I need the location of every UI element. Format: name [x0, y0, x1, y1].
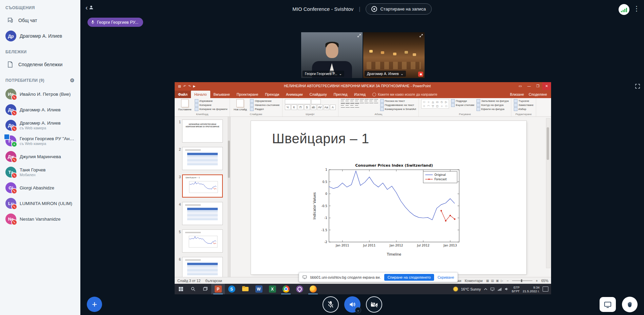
connection-status-button[interactable]: [619, 4, 629, 15]
slideshow-view-icon[interactable]: ▷: [501, 279, 503, 282]
ribbon-tab-2[interactable]: Начало: [191, 91, 210, 98]
ribbon-command[interactable]: Копиране: [195, 103, 227, 107]
shape-option[interactable]: ☆: [422, 104, 426, 108]
character-spacing-button[interactable]: AV: [317, 105, 323, 110]
user-list-item[interactable]: NeNestan Varshanidze: [0, 211, 80, 227]
weather-label[interactable]: 16°C Sunny: [461, 287, 481, 291]
taskbar-chrome-icon[interactable]: [279, 284, 293, 294]
slideshow-icon[interactable]: ▤: [178, 85, 181, 88]
slide-thumbnail-4[interactable]: 4: [177, 202, 229, 225]
reading-view-icon[interactable]: ▣: [496, 279, 499, 282]
options-menu-button[interactable]: ⋮: [633, 4, 640, 13]
line-spacing-icon[interactable]: [360, 99, 364, 103]
ribbon-command[interactable]: Изрязване: [195, 99, 227, 103]
webcam-dragomir[interactable]: Драгомир А. Илиев ⌄: [363, 32, 425, 78]
slide-thumbnail-frame[interactable]: [182, 202, 223, 225]
ribbon-command[interactable]: Запълване на фигура: [476, 99, 509, 103]
indent-increase-icon[interactable]: [355, 99, 359, 103]
zoom-out-button[interactable]: −: [507, 279, 509, 283]
font-name-box[interactable]: [285, 99, 311, 104]
webcam-fullscreen-icon[interactable]: [419, 34, 423, 38]
action-center-icon[interactable]: [543, 286, 548, 292]
shapes-gallery[interactable]: □○△▭◇▷☆◠▽◻○□: [421, 99, 449, 109]
ribbon-big-button[interactable]: Нов слайд: [232, 99, 248, 111]
alignment-icon[interactable]: [341, 104, 345, 108]
stop-screenshare-button[interactable]: [600, 297, 616, 312]
align-left-icon[interactable]: [365, 99, 369, 103]
user-list-item[interactable]: LuLUMINITA MIRON (ULIM): [0, 196, 80, 211]
shared-notes-item[interactable]: Споделени бележки: [0, 57, 80, 72]
user-list-item[interactable]: GiGiorgi Abashidze: [0, 180, 80, 196]
ribbon-command[interactable]: Заместване: [514, 103, 533, 107]
user-list-item[interactable]: ГеГеорги Георгиев РУ "Ангел Кънч...съ We…: [0, 133, 80, 149]
ribbon-command[interactable]: Избор: [514, 107, 533, 111]
user-list-item[interactable]: ДрДрагомир А. Илиевсъ Web камера: [0, 117, 80, 133]
ribbon-command[interactable]: Оформление: [250, 99, 279, 103]
shape-option[interactable]: ◻: [435, 104, 440, 108]
zoom-level[interactable]: 65%: [541, 279, 548, 283]
shape-option[interactable]: ▷: [444, 100, 448, 104]
sorter-view-icon[interactable]: ▤: [491, 279, 494, 282]
ribbon-options-icon[interactable]: ▭: [516, 82, 525, 90]
ribbon-command[interactable]: Бързи стилове: [451, 103, 474, 107]
network-icon[interactable]: [497, 288, 502, 291]
webcam-name-label[interactable]: Драгомир А. Илиев ⌄: [365, 71, 406, 77]
user-list-item[interactable]: ТаТаня ГорчевМобилен: [0, 164, 80, 180]
slide-thumbnail-frame[interactable]: Швейцария – 1: [182, 174, 223, 198]
taskbar-skype-icon[interactable]: S: [225, 284, 238, 294]
user-list-item[interactable]: ДрДрагомир А. Илиев: [0, 102, 80, 117]
talking-indicator[interactable]: Георги Георгиев РУ...: [87, 18, 143, 27]
zoom-in-button[interactable]: +: [536, 279, 538, 283]
user-list-item[interactable]: ДжДжулия Маринчева: [0, 149, 80, 164]
shape-option[interactable]: ◠: [426, 104, 431, 108]
ribbon-command[interactable]: Раздел: [250, 107, 279, 111]
bold-button[interactable]: Ч: [285, 105, 291, 110]
slide-thumbnail-frame[interactable]: [182, 229, 223, 253]
taskbar-viber-icon[interactable]: [293, 284, 306, 294]
webcam-georgi[interactable]: Георги Георгиев Р... ⌄: [301, 32, 363, 78]
shape-option[interactable]: ▭: [435, 100, 440, 104]
ribbon-command[interactable]: Начално състояние: [250, 103, 279, 107]
close-icon[interactable]: ✕: [542, 82, 551, 90]
undo-icon[interactable]: ↶: [183, 85, 186, 88]
shape-option[interactable]: ◇: [440, 100, 444, 104]
ribbon-command[interactable]: Подреди: [451, 99, 474, 103]
slide-thumbnail-1[interactable]: 1НЕЛИНЕЙНИ АВТОРЕГРЕСИВНИ НЕВРОННИ МРЕЖИ…: [177, 119, 229, 143]
display-icon[interactable]: [490, 288, 494, 291]
webcam-fullscreen-icon[interactable]: [357, 34, 361, 38]
shape-option[interactable]: □: [444, 104, 448, 108]
ribbon-tab-7[interactable]: Слайдшоу: [306, 91, 330, 98]
slide-thumbnail-frame[interactable]: [182, 147, 223, 170]
shape-option[interactable]: □: [422, 100, 426, 104]
share-button[interactable]: Споделяне: [529, 92, 547, 96]
slide-page[interactable]: Швейцария – 1 Consumer Prices Index (Swi…: [251, 121, 526, 274]
manage-users-gear-icon[interactable]: ⚙: [70, 77, 75, 84]
alignment-icon[interactable]: [346, 104, 350, 108]
ribbon-command[interactable]: Конвертиране в SmartArt: [380, 107, 416, 111]
taskbar-powerpoint-icon[interactable]: P: [211, 284, 225, 294]
shape-option[interactable]: ▽: [431, 104, 435, 108]
taskbar-firefox-icon[interactable]: [306, 284, 320, 294]
tell-me-box[interactable]: Кажете ми какво искате да направите: [369, 91, 441, 98]
font-color-button[interactable]: A: [330, 105, 336, 110]
presentation-fullscreen-button[interactable]: [635, 84, 640, 89]
align-center-icon[interactable]: [369, 99, 373, 103]
task-view-button[interactable]: [199, 284, 211, 294]
slide-thumbnail-5[interactable]: 5: [177, 229, 229, 253]
bullets-icon[interactable]: [341, 99, 345, 103]
alignment-icon[interactable]: [355, 104, 359, 108]
audio-device-badge[interactable]: ⌄: [355, 307, 361, 313]
ribbon-tab-1[interactable]: Файл: [175, 91, 191, 98]
minimize-icon[interactable]: —: [525, 82, 533, 90]
slide-thumbnail-frame[interactable]: [182, 257, 223, 277]
ribbon-command[interactable]: Копиране на формати: [195, 107, 227, 111]
private-chat-item[interactable]: Др Драгомир А. Илиев: [0, 28, 80, 44]
numbering-icon[interactable]: [346, 99, 350, 103]
powerpoint-titlebar[interactable]: ▤ ↶ ↷ ▶ НЕЛИНЕЙНИ АВТОРЕГРЕСИВНИ НЕВРОНН…: [175, 82, 551, 90]
slide-thumbnail-3[interactable]: 3Швейцария – 1: [177, 174, 229, 198]
shape-option[interactable]: ○: [440, 104, 444, 108]
play-icon[interactable]: ▶: [193, 85, 196, 88]
zoom-slider[interactable]: [512, 280, 532, 281]
leave-audio-button[interactable]: ⌄: [344, 296, 360, 313]
tray-expand-chevron-icon[interactable]: [484, 288, 487, 290]
